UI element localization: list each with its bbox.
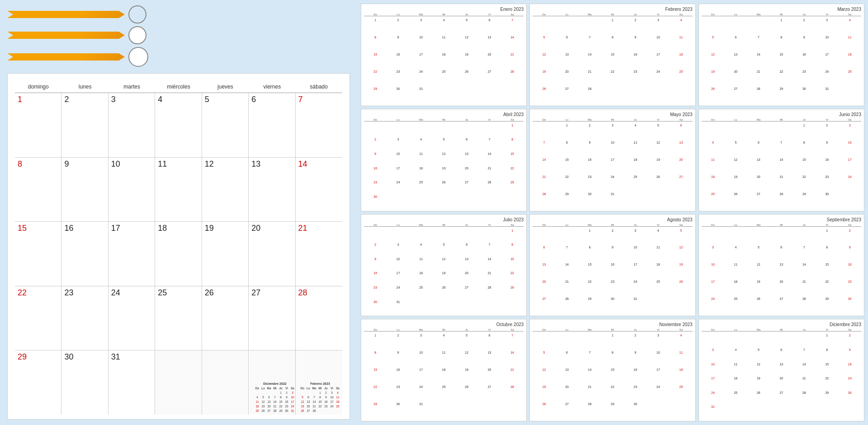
mini-day <box>387 122 409 137</box>
mini-day-header: Ma <box>410 224 432 226</box>
mini-day: 17 <box>816 51 838 69</box>
mini-day: 23 <box>624 384 646 401</box>
mini-day: 14 <box>770 157 793 174</box>
mini-day-header: Ju <box>455 224 478 226</box>
mini-day: 28 <box>533 191 555 208</box>
mini-day: 1 <box>601 17 624 34</box>
week-starts-value[interactable] <box>128 47 148 67</box>
mini-day <box>432 228 455 242</box>
mini-day <box>410 122 432 137</box>
mini-day: 28 <box>578 86 601 103</box>
mini-day: 30 <box>839 390 861 404</box>
main-week-4: 293031Diciembre 2022DoLuMaMiJuViSa123456… <box>15 350 342 415</box>
mini-day: 14 <box>501 34 524 51</box>
mini-day: 21 <box>747 69 770 86</box>
mini-day: 15 <box>578 262 601 279</box>
mini-month-5: Junio 2023DoLuMaMiJuViSa1234567891011121… <box>698 109 864 211</box>
mini-day: 15 <box>601 367 624 384</box>
mini-day <box>747 228 770 245</box>
left-panel: domingolunesmartesmiércolesjuevesviernes… <box>0 0 357 425</box>
mini-day: 3 <box>624 228 646 245</box>
main-day-4: 4 <box>155 93 202 157</box>
mini-day: 16 <box>578 157 601 174</box>
mini-day: 28 <box>556 296 578 313</box>
main-day-22: 22 <box>15 286 61 350</box>
mini-day: 15 <box>501 256 524 271</box>
holidays-toggle[interactable] <box>128 26 146 44</box>
mini-day <box>747 332 770 347</box>
week-starts-banner[interactable] <box>7 53 125 61</box>
mini-day: 21 <box>501 51 524 69</box>
day-header-sábado: sábado <box>296 83 342 91</box>
mini-day: 3 <box>647 332 670 350</box>
mini-day: 7 <box>533 140 555 157</box>
mini-day: 26 <box>702 86 724 103</box>
mini-day <box>747 404 770 418</box>
language-banner[interactable] <box>7 11 125 18</box>
mini-day: 12 <box>533 367 555 384</box>
mini-day: 1 <box>501 122 524 137</box>
mini-day: 14 <box>501 350 524 367</box>
mini-day: 7 <box>793 347 816 361</box>
language-flag[interactable] <box>128 5 146 23</box>
mini-day: 12 <box>647 140 670 157</box>
mini-day <box>478 86 500 103</box>
mini-day: 17 <box>839 157 861 174</box>
mini-day: 3 <box>410 17 432 34</box>
mini-day: 20 <box>770 375 793 390</box>
mini-day: 2 <box>601 228 624 245</box>
holidays-banner[interactable] <box>7 32 125 39</box>
mini-day: 10 <box>624 244 646 262</box>
mini-day <box>455 299 478 313</box>
mini-day: 23 <box>387 384 409 401</box>
mini-day: 2 <box>624 17 646 34</box>
mini-day: 28 <box>501 384 524 401</box>
mini-day: 2 <box>578 122 601 140</box>
mini-day <box>724 332 747 347</box>
mini-day <box>624 86 646 103</box>
mini-day-header: Lu <box>724 328 747 331</box>
main-day-9: 9 <box>61 158 108 222</box>
mini-day: 31 <box>816 86 838 103</box>
main-day-12: 12 <box>202 158 249 222</box>
mini-day: 28 <box>747 86 770 103</box>
mini-day: 29 <box>501 285 524 299</box>
mini-day: 12 <box>455 350 478 367</box>
mini-day-header: Sa <box>670 118 692 121</box>
mini-day: 11 <box>724 361 747 376</box>
mini-day: 13 <box>478 350 500 367</box>
mini-day <box>432 122 455 137</box>
mini-day <box>432 194 455 208</box>
main-day-31: 31 <box>108 350 155 415</box>
mini-day: 20 <box>556 69 578 86</box>
mini-day: 26 <box>647 174 670 191</box>
mini-day <box>478 228 500 242</box>
mini-day-header: Vi <box>816 13 838 16</box>
mini-day <box>578 17 601 34</box>
mini-day <box>501 401 524 418</box>
main-cal-header: domingolunesmartesmiércolesjuevesviernes… <box>15 83 342 93</box>
mini-day: 29 <box>793 191 816 208</box>
main-week-2: 15161718192021 <box>15 222 342 286</box>
mini-day: 18 <box>410 165 432 180</box>
mini-day: 19 <box>670 262 692 279</box>
mini-day: 27 <box>478 69 500 86</box>
main-day-16: 16 <box>61 222 108 286</box>
mini-day: 24 <box>647 384 670 401</box>
mini-day: 9 <box>387 350 409 367</box>
mini-day-header: Do <box>533 13 555 16</box>
mini-day: 6 <box>533 244 555 262</box>
mini-day-header: Lu <box>724 224 747 226</box>
mini-day: 9 <box>624 34 646 51</box>
mini-day: 10 <box>601 140 624 157</box>
mini-day: 27 <box>770 296 793 313</box>
mini-day: 8 <box>578 244 601 262</box>
mini-day: 1 <box>364 332 387 350</box>
mini-day: 14 <box>478 256 500 271</box>
mini-day: 30 <box>816 191 838 208</box>
mini-day: 4 <box>647 228 670 245</box>
mini-day: 24 <box>839 174 861 191</box>
mini-day: 19 <box>533 384 555 401</box>
mini-day: 30 <box>793 86 816 103</box>
mini-day: 15 <box>556 157 578 174</box>
